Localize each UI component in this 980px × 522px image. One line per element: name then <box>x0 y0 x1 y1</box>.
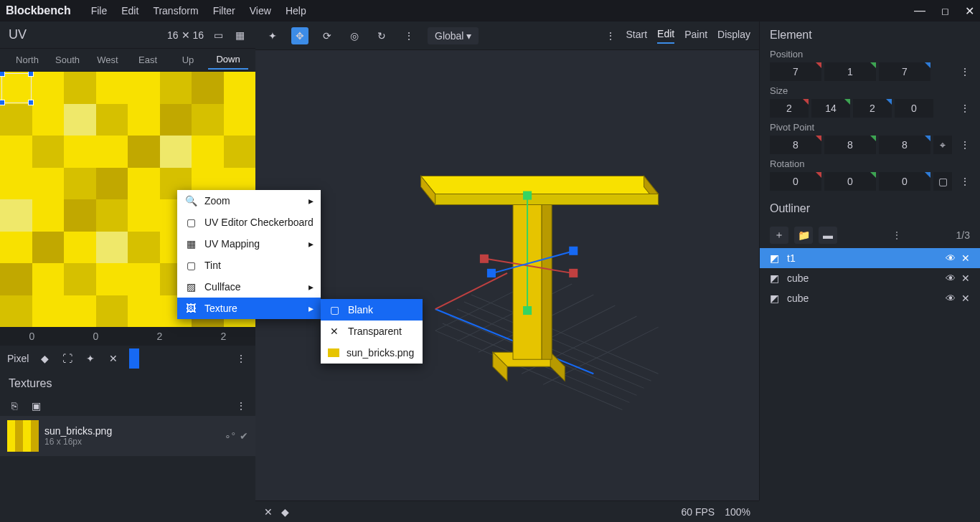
outliner-item[interactable]: ◩ cube 👁✕ <box>760 268 980 288</box>
remove-icon[interactable]: ✕ <box>961 272 970 284</box>
fill-icon[interactable]: ◆ <box>37 351 52 366</box>
ctx-texture[interactable]: 🖼Texture▸ <box>177 298 321 319</box>
remove-icon[interactable]: ✕ <box>961 252 970 264</box>
position-more-icon[interactable]: ⋮ <box>960 66 970 77</box>
pivot-x[interactable]: 8 <box>770 136 821 154</box>
size-z[interactable]: 2 <box>853 99 892 118</box>
uv-grid-icon[interactable]: ▦ <box>232 28 247 42</box>
menu-transform[interactable]: Transform <box>146 2 205 19</box>
uv-selection[interactable] <box>1 73 32 103</box>
uv-more-icon[interactable]: ⋮ <box>234 351 248 366</box>
mode-paint[interactable]: Paint <box>684 29 707 43</box>
import-texture-icon[interactable]: ⎘ <box>7 399 22 413</box>
ctx-texture-file[interactable]: sun_bricks.png <box>321 342 423 364</box>
close-preview-icon[interactable]: ✕ <box>264 506 273 518</box>
close-button[interactable]: ✕ <box>965 4 974 18</box>
texture-row[interactable]: sun_bricks.png 16 x 16px ∘° ✔ <box>0 416 255 456</box>
uv-coord-y2[interactable]: 2 <box>192 327 255 346</box>
ctx-uv-mapping[interactable]: ▦UV Mapping▸ <box>177 233 321 255</box>
cube-icon: ◩ <box>770 252 781 264</box>
color-swatch[interactable] <box>129 348 139 369</box>
uv-tab-west[interactable]: West <box>88 51 128 69</box>
uv-coord-y1[interactable]: 0 <box>64 327 128 346</box>
uv-coord-x2[interactable]: 2 <box>128 327 192 346</box>
brush-mode-label[interactable]: Pixel <box>7 351 29 366</box>
modebar-more-icon[interactable]: ⋮ <box>606 30 616 42</box>
position-y[interactable]: 1 <box>824 62 876 81</box>
clear-icon[interactable]: ✕ <box>106 351 121 366</box>
menu-file[interactable]: File <box>84 2 115 19</box>
move-tool-icon[interactable]: ✥ <box>291 27 308 44</box>
image-icon: 🖼 <box>184 303 197 314</box>
texture-size: 16 x 16px <box>44 437 112 447</box>
visibility-icon[interactable]: 👁 <box>946 252 956 264</box>
pivot-more-icon[interactable]: ⋮ <box>960 139 970 151</box>
ctx-checkerboard[interactable]: ▢UV Editor Checkerboard <box>177 212 321 233</box>
fullscreen-icon[interactable]: ⛶ <box>60 351 75 366</box>
mode-start[interactable]: Start <box>626 29 647 43</box>
rotation-y[interactable]: 0 <box>824 172 876 191</box>
resize-tool-icon[interactable]: ⟳ <box>319 27 336 44</box>
size-y[interactable]: 14 <box>811 99 850 118</box>
pivot-tool-icon[interactable]: ◎ <box>346 27 363 44</box>
ctx-texture-transparent[interactable]: ✕Transparent <box>321 321 423 342</box>
orientation-dropdown[interactable]: Global ▾ <box>428 27 479 44</box>
svg-marker-16 <box>550 352 565 381</box>
ctx-texture-blank[interactable]: ▢Blank <box>321 299 423 321</box>
size-more-icon[interactable]: ⋮ <box>960 103 970 114</box>
position-x[interactable]: 7 <box>770 62 821 81</box>
minimize-button[interactable]: — <box>914 4 925 17</box>
mode-edit[interactable]: Edit <box>657 28 674 44</box>
texture-file-icon <box>328 348 339 357</box>
mode-display[interactable]: Display <box>717 29 750 43</box>
uv-tab-north[interactable]: North <box>7 51 47 69</box>
size-label: Size <box>770 85 970 99</box>
svg-rect-28 <box>569 269 578 277</box>
remove-icon[interactable]: ✕ <box>961 293 970 304</box>
uv-coord-x1[interactable]: 0 <box>0 327 64 346</box>
center-pivot-icon[interactable]: ⌖ <box>933 136 952 154</box>
auto-uv-icon[interactable]: ✦ <box>83 351 98 366</box>
texture-thumbnail <box>7 420 39 452</box>
outliner-more-icon[interactable]: ⋮ <box>892 229 902 241</box>
toggle-all-icon[interactable]: ▬ <box>819 227 837 244</box>
visibility-icon[interactable]: 👁 <box>946 272 956 284</box>
position-z[interactable]: 7 <box>879 62 930 81</box>
size-inflate[interactable]: 0 <box>895 99 933 118</box>
rotation-more-icon[interactable]: ⋮ <box>960 176 970 187</box>
3d-viewport[interactable] <box>255 50 759 500</box>
magic-tool-icon[interactable]: ✦ <box>264 27 281 44</box>
ctx-tint[interactable]: ▢Tint <box>177 255 321 276</box>
maximize-button[interactable]: ◻ <box>941 6 949 16</box>
menu-edit[interactable]: Edit <box>114 2 146 19</box>
visibility-icon[interactable]: 👁 <box>946 293 956 304</box>
add-cube-icon[interactable]: ＋ <box>770 227 788 244</box>
rotation-x[interactable]: 0 <box>770 172 821 191</box>
ctx-cullface[interactable]: ▨Cullface▸ <box>177 276 321 298</box>
add-group-icon[interactable]: 📁 <box>794 227 813 244</box>
layers-icon[interactable]: ◆ <box>281 506 289 518</box>
uv-tab-east[interactable]: East <box>128 51 168 69</box>
tool-more-icon[interactable]: ⋮ <box>400 27 418 44</box>
svg-rect-25 <box>523 306 532 315</box>
outliner-item[interactable]: ◩ t1 👁✕ <box>760 248 980 268</box>
menu-view[interactable]: View <box>242 2 278 19</box>
menu-help[interactable]: Help <box>278 2 314 19</box>
pivot-y[interactable]: 8 <box>824 136 876 154</box>
ctx-zoom[interactable]: 🔍Zoom▸ <box>177 190 321 212</box>
particle-icon[interactable]: ∘° <box>225 430 235 442</box>
uv-window-icon[interactable]: ▭ <box>211 28 225 42</box>
outliner-item[interactable]: ◩ cube 👁✕ <box>760 288 980 308</box>
create-texture-icon[interactable]: ▣ <box>29 399 43 413</box>
rotate-tool-icon[interactable]: ↻ <box>373 27 390 44</box>
rotation-z[interactable]: 0 <box>879 172 930 191</box>
uv-tab-down[interactable]: Down <box>208 50 248 70</box>
uv-tab-up[interactable]: Up <box>168 51 208 69</box>
saved-icon[interactable]: ✔ <box>240 430 248 442</box>
size-x[interactable]: 2 <box>770 99 809 118</box>
textures-more-icon[interactable]: ⋮ <box>234 399 248 413</box>
uv-tab-south[interactable]: South <box>47 51 88 69</box>
pivot-z[interactable]: 8 <box>879 136 930 154</box>
menu-filter[interactable]: Filter <box>206 2 242 19</box>
rescale-icon[interactable]: ▢ <box>933 172 952 191</box>
